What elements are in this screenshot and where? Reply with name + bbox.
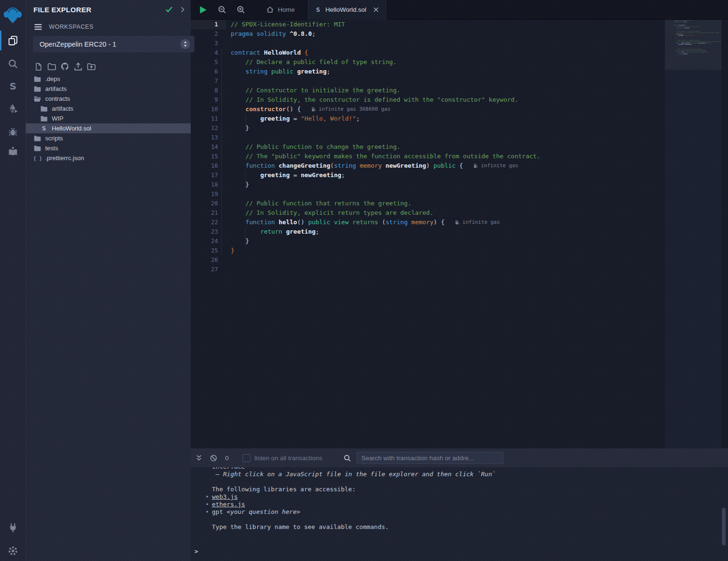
code-line-3[interactable]: 3: [191, 39, 665, 48]
tree-item-.prettierrc.json[interactable]: { }.prettierrc.json: [26, 153, 191, 163]
tab-HelloWorld.sol[interactable]: SHelloWorld.sol: [308, 0, 386, 20]
line-number[interactable]: 24: [191, 236, 218, 246]
code-line-7[interactable]: 7: [191, 76, 665, 86]
line-number[interactable]: 6: [191, 67, 218, 76]
zoom-out-button[interactable]: [218, 5, 226, 14]
line-number[interactable]: 4: [191, 48, 218, 57]
code-line-2[interactable]: 2pragma solidity ^0.8.0;: [191, 29, 665, 39]
new-file-button[interactable]: [34, 61, 43, 72]
line-number[interactable]: 25: [191, 246, 218, 255]
code-line-11[interactable]: 11 greeting = "Hello, World!";: [191, 114, 665, 123]
code-line-17[interactable]: 17 greeting = newGreeting;: [191, 171, 665, 180]
line-number[interactable]: 19: [191, 189, 218, 199]
code-line-6[interactable]: 6 string public greeting;: [191, 67, 665, 76]
tab-Home[interactable]: Home: [259, 0, 301, 20]
line-number[interactable]: 5: [191, 57, 218, 67]
line-number[interactable]: 13: [191, 133, 218, 142]
code-line-27[interactable]: 27: [191, 265, 665, 274]
sidebar-item-remix-logo[interactable]: [0, 4, 25, 26]
line-number[interactable]: 18: [191, 180, 218, 189]
sidebar-item-settings[interactable]: [0, 539, 25, 561]
code-line-10[interactable]: 10 constructor() {infinite gas 368600 ga…: [191, 105, 665, 114]
code-line-8[interactable]: 8 // Constructor to initialize the greet…: [191, 86, 665, 95]
terminal-search-input[interactable]: [356, 452, 503, 464]
code-line-20[interactable]: 20 // Public function that returns the g…: [191, 199, 665, 208]
line-number[interactable]: 16: [191, 161, 218, 171]
tree-item-artifacts[interactable]: artifacts: [26, 104, 191, 114]
workspace-select[interactable]: OpenZeppelin ERC20 - 1: [33, 36, 194, 52]
minimap[interactable]: // SPDX-License-Identifier: MITpragma so…: [665, 20, 721, 448]
line-number[interactable]: 9: [191, 95, 218, 105]
sidebar-item-learneth[interactable]: [0, 140, 25, 163]
run-play-button[interactable]: [198, 5, 208, 15]
settings-icon: [8, 545, 18, 556]
line-number[interactable]: 20: [191, 199, 218, 208]
line-number[interactable]: 2: [191, 29, 218, 39]
tree-item-scripts[interactable]: scripts: [26, 133, 191, 143]
line-number[interactable]: 11: [191, 114, 218, 123]
tree-item-WIP[interactable]: WIP: [26, 114, 191, 123]
code-line-1[interactable]: 1// SPDX-License-Identifier: MIT: [191, 20, 665, 29]
tree-item-HelloWorld.sol[interactable]: SHelloWorld.sol: [26, 123, 191, 133]
hamburger-icon[interactable]: [33, 22, 43, 32]
collapse-terminal-icon[interactable]: [195, 454, 203, 462]
code-line-24[interactable]: 24 }: [191, 236, 665, 246]
code-line-13[interactable]: 13: [191, 133, 665, 142]
line-number[interactable]: 21: [191, 208, 218, 218]
code-line-4[interactable]: 4contract HelloWorld {: [191, 48, 665, 57]
sidebar-item-plugin-manager[interactable]: [0, 516, 25, 539]
terminal-scrollbar-thumb[interactable]: [722, 508, 726, 545]
line-number[interactable]: 3: [191, 39, 218, 48]
code-line-18[interactable]: 18 }: [191, 180, 665, 189]
close-tab-icon[interactable]: [372, 6, 380, 13]
sidebar-item-search[interactable]: [0, 52, 25, 75]
upload-folder-button[interactable]: [87, 61, 96, 72]
clear-console-icon[interactable]: [210, 454, 218, 462]
home-icon: [266, 6, 274, 14]
terminal-prompt[interactable]: >: [194, 548, 198, 555]
sidebar-item-debugger[interactable]: [0, 120, 25, 143]
terminal-search-icon: [343, 454, 351, 462]
sidebar-item-file-explorer[interactable]: [0, 29, 25, 52]
code-line-22[interactable]: 22 function hello() public view returns …: [191, 218, 665, 227]
code-line-5[interactable]: 5 // Declare a public field of type stri…: [191, 57, 665, 67]
tree-item-.deps[interactable]: .deps: [26, 74, 191, 84]
line-number[interactable]: 17: [191, 171, 218, 180]
tree-item-tests[interactable]: tests: [26, 143, 191, 153]
code-line-26[interactable]: 26: [191, 255, 665, 265]
line-number[interactable]: 14: [191, 142, 218, 152]
line-number[interactable]: 15: [191, 152, 218, 161]
line-number[interactable]: 22: [191, 218, 218, 227]
terminal-link-ethers.js[interactable]: ethers.js: [212, 501, 245, 508]
chevron-right-icon[interactable]: [179, 6, 186, 13]
code-line-9[interactable]: 9 // In Solidity, the constructor is def…: [191, 95, 665, 105]
code-line-16[interactable]: 16 function changeGreeting(string memory…: [191, 161, 665, 171]
line-number[interactable]: 7: [191, 76, 218, 86]
line-number[interactable]: 1: [191, 20, 218, 29]
line-number[interactable]: 12: [191, 123, 218, 133]
code-line-19[interactable]: 19: [191, 189, 665, 199]
new-folder-button[interactable]: [47, 61, 57, 72]
tree-item-label: artifacts: [52, 105, 73, 112]
code-line-25[interactable]: 25}: [191, 246, 665, 255]
editor-scrollbar[interactable]: [721, 20, 728, 448]
line-number[interactable]: 8: [191, 86, 218, 95]
line-number[interactable]: 10: [191, 105, 218, 114]
tree-item-artifacts[interactable]: artifacts: [26, 84, 191, 94]
code-line-23[interactable]: 23 return greeting;: [191, 227, 665, 236]
code-line-12[interactable]: 12 }: [191, 123, 665, 133]
tree-item-contracts[interactable]: contracts: [26, 94, 191, 104]
line-number[interactable]: 26: [191, 255, 218, 265]
github-button[interactable]: [60, 61, 70, 72]
code-line-14[interactable]: 14 // Public function to change the gree…: [191, 142, 665, 152]
sidebar-item-deploy-run[interactable]: [0, 97, 25, 120]
code-line-15[interactable]: 15 // The "public" keyword makes the fun…: [191, 152, 665, 161]
sidebar-item-solidity-compiler[interactable]: S: [0, 74, 25, 97]
line-number[interactable]: 27: [191, 265, 218, 274]
terminal-link-web3.js[interactable]: web3.js: [212, 493, 238, 500]
upload-file-button[interactable]: [73, 61, 83, 72]
zoom-in-button[interactable]: [236, 5, 245, 14]
listen-transactions-checkbox[interactable]: [243, 454, 251, 462]
line-number[interactable]: 23: [191, 227, 218, 236]
code-line-21[interactable]: 21 // In Solidity, explicit return types…: [191, 208, 665, 218]
